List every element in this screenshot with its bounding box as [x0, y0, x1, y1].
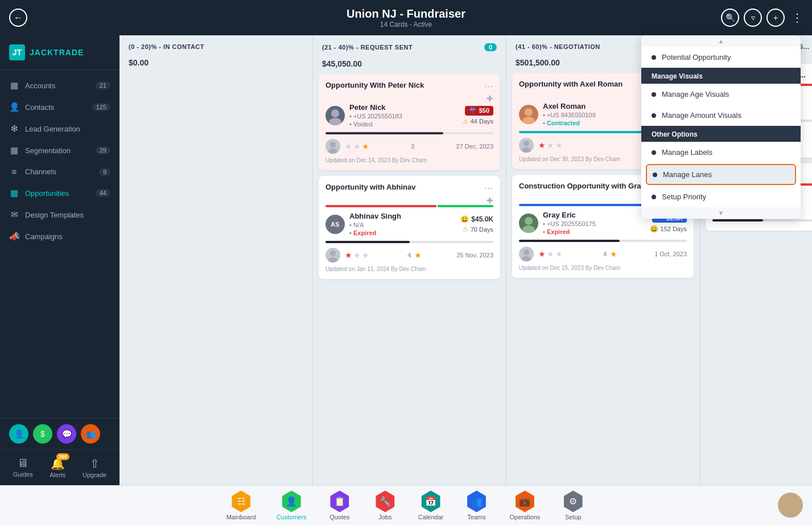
opportunities-label: Opportunities [25, 189, 69, 198]
bottom-nav-teams[interactable]: 👥 Teams [454, 486, 500, 525]
svg-point-11 [522, 225, 535, 233]
dollar-footer-icon[interactable]: $ [33, 424, 52, 444]
card-bottom-row-2: ★ ★ ★ 4 ★ 25 Nov, 2023 [325, 248, 493, 262]
dot-labels [652, 150, 656, 155]
add-icon[interactable]: + [766, 9, 785, 27]
svg-point-5 [328, 257, 337, 262]
col-cards-2: Opportunity With Peter Nick ⋯ ✚ Pe [313, 74, 506, 485]
svg-point-2 [330, 142, 336, 147]
bottom-nav-mainboard[interactable]: ☷ Mainboard [216, 486, 266, 525]
star-1: ★ [345, 142, 352, 151]
bottom-nav-setup[interactable]: ⚙ Setup [550, 486, 596, 525]
menu-item-manage-age-visuals[interactable]: Manage Age Visuals [641, 84, 801, 105]
card-dots-2[interactable]: ⋯ [484, 183, 493, 194]
card-progress-bar [325, 132, 493, 134]
stars-row: ★ ★ ★ [345, 142, 369, 151]
extra-star: ★ [414, 251, 422, 260]
star-3-2: ★ [547, 141, 554, 150]
card-title-3: Opportunity with Axel Roman [519, 80, 623, 88]
card-abhinav[interactable]: Opportunity with Abhinav ⋯ ✚ AS [319, 176, 500, 279]
top-header: ← Union NJ - Fundraiser 14 Cards - Activ… [0, 0, 812, 35]
card-phone-2: • N/A [349, 222, 456, 228]
sidebar-item-accounts[interactable]: ▦ Accounts 21 [0, 75, 119, 96]
shield-icon: ☔ [469, 107, 477, 114]
sidebar-item-campaigns[interactable]: 📣 Campaigns [0, 225, 119, 247]
card-phone: • +US 2025550183 [349, 113, 458, 120]
sidebar-item-contacts[interactable]: 👤 Contacts 125 [0, 96, 119, 118]
card-title-2: Opportunity with Abhinav [325, 183, 415, 191]
chat-footer-icon[interactable]: 💬 [57, 424, 76, 444]
upgrade-button[interactable]: ⇧ Upgrade [83, 457, 106, 478]
menu-item-manage-lanes[interactable]: Manage Lanes [646, 164, 796, 185]
guides-icon: 🖥 [17, 457, 28, 470]
opportunities-icon: ▦ [9, 188, 19, 198]
customers-icon: 👤 [281, 491, 302, 512]
menu-label-manage-labels: Manage Labels [662, 148, 712, 157]
upgrade-label: Upgrade [83, 471, 106, 478]
stars-row-4: ★ ★ ★ [538, 249, 563, 259]
card-plus-icon[interactable]: ✚ [487, 94, 493, 103]
header-right-icons: 🔍 ▿ + ⋮ [721, 9, 803, 27]
bottom-nav-calendar[interactable]: 📅 Calendar [408, 486, 454, 525]
filter-icon[interactable]: ▿ [744, 9, 762, 27]
svg-point-3 [328, 149, 337, 154]
menu-item-manage-labels[interactable]: Manage Labels [641, 142, 801, 163]
search-icon[interactable]: 🔍 [721, 9, 739, 27]
card-status: • Voided [349, 121, 458, 128]
alerts-button[interactable]: 🔔 269 Alerts [50, 457, 65, 478]
segmentation-label: Segmentation [25, 146, 71, 155]
bottom-nav-jobs[interactable]: 🔧 Jobs [362, 486, 408, 525]
star-3-1: ★ [538, 141, 546, 150]
card-price-block: ☔ $50 ⚠ 44 Days [463, 106, 493, 125]
card-dots[interactable]: ⋯ [484, 81, 493, 92]
menu-item-potential-opportunity[interactable]: Potential Opportunity [641, 47, 801, 68]
guides-button[interactable]: 🖥 Guides [13, 457, 33, 478]
stars-row-3: ★ ★ ★ [538, 141, 563, 150]
svg-point-10 [525, 217, 533, 225]
card-peter-nick[interactable]: Opportunity With Peter Nick ⋯ ✚ Pe [319, 74, 500, 170]
jobs-icon: 🔧 [374, 491, 396, 512]
setup-label: Setup [565, 514, 582, 520]
menu-item-manage-amount-visuals[interactable]: Manage Amount Visuals [641, 105, 801, 126]
emoji-icon: 😀 [460, 215, 469, 223]
more-options-button[interactable]: ⋮ [792, 11, 803, 24]
bottom-nav-operations[interactable]: 💼 Operations [500, 486, 551, 525]
back-button[interactable]: ← [9, 9, 27, 27]
contacts-label: Contacts [25, 103, 54, 112]
col-title-2: (21 - 40)% - REQUEST SENT [322, 44, 480, 51]
menu-label-manage-lanes: Manage Lanes [663, 170, 712, 179]
upgrade-icon: ⇧ [90, 457, 100, 470]
dropdown-menu: ▲ Potential Opportunity Manage Visuals M… [641, 35, 801, 219]
sidebar-item-design-templates[interactable]: ✉ Design Templates [0, 204, 119, 225]
bottom-nav-quotes[interactable]: 📋 Quotes [317, 486, 362, 525]
user-avatar-corner[interactable] [778, 493, 803, 518]
card-person-name-4: Gray Eric [543, 211, 645, 219]
card-person-name-2: Abhinav Singh [349, 212, 456, 220]
operations-label: Operations [510, 514, 541, 520]
card-price-block-2: 😀 $45.0K ⚠ 70 Days [460, 215, 493, 233]
menu-item-setup-priority[interactable]: Setup Priority [641, 186, 801, 207]
card-avatar-4 [519, 214, 538, 233]
accounts-icon: ▦ [9, 80, 19, 91]
user-footer-icon[interactable]: 👤 [9, 424, 28, 444]
sidebar-item-segmentation[interactable]: ▦ Segmentation 29 [0, 140, 119, 161]
sidebar-item-channels[interactable]: ≡ Channels 9 [0, 161, 119, 182]
accounts-label: Accounts [25, 81, 55, 90]
header-title-block: Union NJ - Fundraiser 14 Cards - Active [347, 7, 465, 28]
star-3-3: ★ [555, 141, 563, 150]
people-footer-icon[interactable]: 👥 [81, 424, 100, 444]
sidebar-item-lead-generation[interactable]: ❇ Lead Generation [0, 118, 119, 140]
card-plus-icon-2[interactable]: ✚ [487, 196, 493, 205]
star-4-3: ★ [555, 249, 563, 259]
svg-point-1 [329, 118, 341, 125]
bottom-nav-customers[interactable]: 👤 Customers [266, 486, 317, 525]
guides-label: Guides [13, 471, 33, 478]
sidebar-item-opportunities[interactable]: ▦ Opportunities 44 [0, 182, 119, 204]
teams-label: Teams [467, 514, 485, 520]
col-amount-2: $45,050.00 [313, 57, 506, 74]
col-title-1: (0 - 20)% - IN CONTACT [129, 43, 303, 50]
star-4-1: ★ [538, 249, 546, 259]
menu-label-potential: Potential Opportunity [662, 53, 731, 61]
card-person-row: Peter Nick • +US 2025550183 • Voided ☔ $… [325, 103, 493, 128]
dot-age [652, 92, 656, 97]
